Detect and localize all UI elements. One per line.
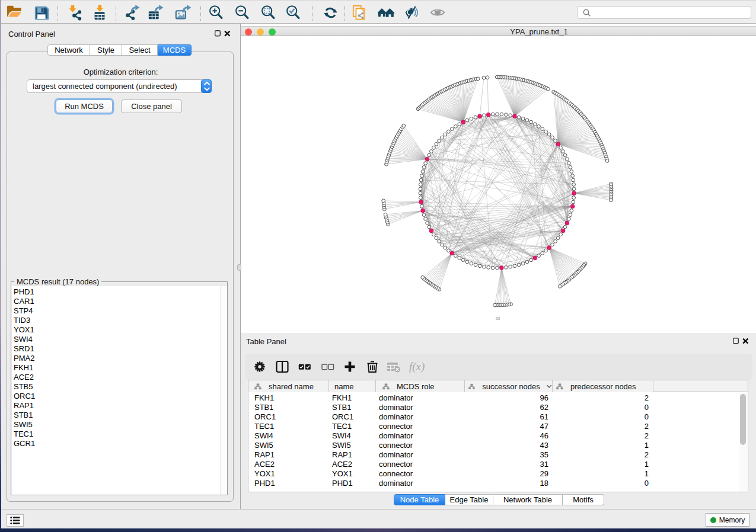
svg-text:f(x): f(x)	[409, 360, 425, 373]
